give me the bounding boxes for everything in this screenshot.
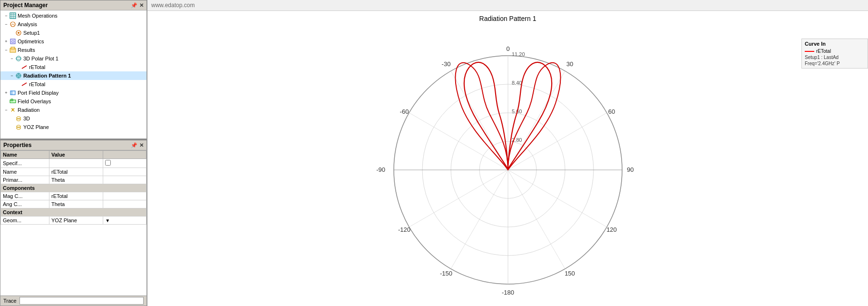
chart-header: www.edatop.com [147, 0, 868, 11]
prop-extra-geom: ▼ [103, 217, 146, 225]
prop-row-magc: Mag C... rETotal [1, 192, 146, 200]
svg-text:-180: -180 [501, 289, 514, 296]
prop-close-icon[interactable]: ✕ [139, 142, 144, 148]
tree-item-3d[interactable]: 3D [0, 114, 146, 123]
tree-label-radpat1: Radiation Pattern 1 [23, 73, 71, 79]
properties-panel: Properties 📌 ✕ Name Value [0, 139, 147, 296]
legend-line-retotal [805, 51, 814, 52]
expander-mesh-ops[interactable]: − [3, 13, 9, 19]
prop-value-name: rETotal [49, 168, 103, 176]
project-tree[interactable]: − Mesh Operations − Analysis [0, 10, 147, 139]
prop-col-extra [103, 151, 146, 159]
expander-analysis[interactable]: − [3, 21, 9, 27]
prop-header-icons: 📌 ✕ [131, 142, 144, 148]
tree-item-mesh-ops[interactable]: − Mesh Operations [0, 11, 146, 20]
tree-label-analysis: Analysis [18, 21, 37, 27]
legend-info2: Freq='2.4GHz' P [805, 61, 865, 66]
svg-text:-150: -150 [439, 270, 452, 277]
expander-results[interactable]: − [3, 47, 9, 53]
prop-section-components: Components [1, 184, 146, 192]
prop-row-name: Name rETotal [1, 168, 146, 176]
svg-point-28 [17, 119, 20, 121]
svg-text:120: 120 [606, 226, 617, 233]
tree-item-radiation[interactable]: − Radiation [0, 106, 146, 114]
svg-point-29 [17, 125, 20, 127]
svg-point-24 [12, 109, 14, 111]
prop-col-value: Value [49, 151, 103, 159]
svg-line-19 [22, 83, 27, 86]
prop-name-geom: Geom... [1, 217, 49, 225]
prop-row-specif: Specif... [1, 159, 146, 168]
specif-checkbox[interactable] [105, 160, 111, 166]
properties-table: Name Value Specif... Name [0, 150, 146, 225]
expander-setup1[interactable] [9, 30, 15, 36]
tree-item-retotal1[interactable]: rETotal [0, 63, 146, 71]
legend-panel: Curve In rETotal Setup1 : LastAd Freq='2… [801, 39, 868, 69]
tree-item-results[interactable]: − Results [0, 46, 146, 54]
prop-check-specif[interactable] [103, 159, 146, 168]
properties-title: Properties [3, 142, 31, 148]
tree-item-setup1[interactable]: Setup1 [0, 29, 146, 37]
pin-icon[interactable]: 📌 [131, 2, 137, 9]
svg-rect-23 [11, 99, 13, 101]
prop-col-name: Name [1, 151, 49, 159]
prop-value-angc: Theta [49, 200, 103, 208]
tree-label-3d: 3D [23, 116, 30, 121]
expander-radpat1[interactable]: − [9, 73, 15, 79]
mesh-ops-icon [9, 12, 17, 20]
tree-item-fieldoverlays[interactable]: Field Overlays [0, 97, 146, 106]
prop-pin-icon[interactable]: 📌 [131, 142, 137, 148]
close-icon[interactable]: ✕ [139, 2, 144, 9]
polar-chart-container: 0 30 60 90 120 150 -180 - [346, 27, 670, 303]
tree-item-optimetrics[interactable]: + O Optimetrics [0, 37, 146, 46]
expander-yozplane [9, 124, 15, 130]
prop-name-specif: Specif... [1, 159, 49, 168]
tree-item-retotal2[interactable]: rETotal [0, 80, 146, 89]
expander-radiation[interactable]: − [3, 107, 9, 113]
prop-section-context-label: Context [1, 208, 146, 217]
3d-icon [15, 115, 22, 122]
svg-text:30: 30 [566, 60, 573, 68]
svg-text:150: 150 [565, 270, 575, 277]
trace-bar: Trace [0, 296, 147, 306]
properties-header: Properties 📌 ✕ [0, 140, 147, 150]
tree-item-analysis[interactable]: − Analysis [0, 20, 146, 29]
expander-fieldoverlays [3, 99, 9, 104]
retotal1-icon [20, 63, 28, 71]
prop-extra-primary [103, 176, 146, 184]
tree-item-yozplane[interactable]: YOZ Plane [0, 123, 146, 131]
svg-text:-30: -30 [441, 60, 450, 68]
tree-item-radpat1[interactable]: − Radiation Pattern 1 [0, 71, 146, 80]
tree-item-polar3d[interactable]: − 3D Polar Plot 1 [0, 54, 146, 63]
svg-rect-11 [11, 47, 15, 49]
legend-text-retotal: rETotal [816, 49, 831, 54]
geom-dropdown-icon[interactable]: ▼ [105, 218, 110, 223]
prop-row-geom: Geom... YOZ Plane ▼ [1, 217, 146, 225]
expander-polar3d[interactable]: − [9, 56, 15, 61]
setup1-icon [15, 29, 22, 37]
tree-item-portfield[interactable]: + Port Field Display [0, 89, 146, 97]
trace-input[interactable] [20, 297, 144, 305]
expander-optimetrics[interactable]: + [3, 39, 9, 44]
legend-info1: Setup1 : LastAd [805, 55, 865, 60]
results-icon [9, 46, 17, 54]
legend-item-retotal: rETotal [805, 49, 865, 54]
radiation-icon [9, 106, 17, 114]
prop-value-primary: Theta [49, 176, 103, 184]
main-layout: Project Manager 📌 ✕ − Mesh Operations − [0, 0, 868, 306]
prop-extra-name [103, 168, 146, 176]
retotal2-icon [20, 80, 28, 88]
analysis-icon [9, 20, 17, 28]
tree-label-mesh-ops: Mesh Operations [18, 13, 58, 19]
svg-text:-90: -90 [376, 166, 385, 173]
prop-value-geom: YOZ Plane [49, 217, 103, 225]
optimetrics-icon: O [9, 38, 17, 45]
svg-text:0: 0 [506, 45, 509, 52]
prop-section-context: Context [1, 208, 146, 217]
prop-name-primary: Primar... [1, 176, 49, 184]
svg-point-13 [16, 58, 21, 59]
svg-rect-0 [10, 13, 16, 19]
prop-extra-angc [103, 200, 146, 208]
tree-label-polar3d: 3D Polar Plot 1 [23, 56, 59, 61]
expander-portfield[interactable]: + [3, 90, 9, 96]
